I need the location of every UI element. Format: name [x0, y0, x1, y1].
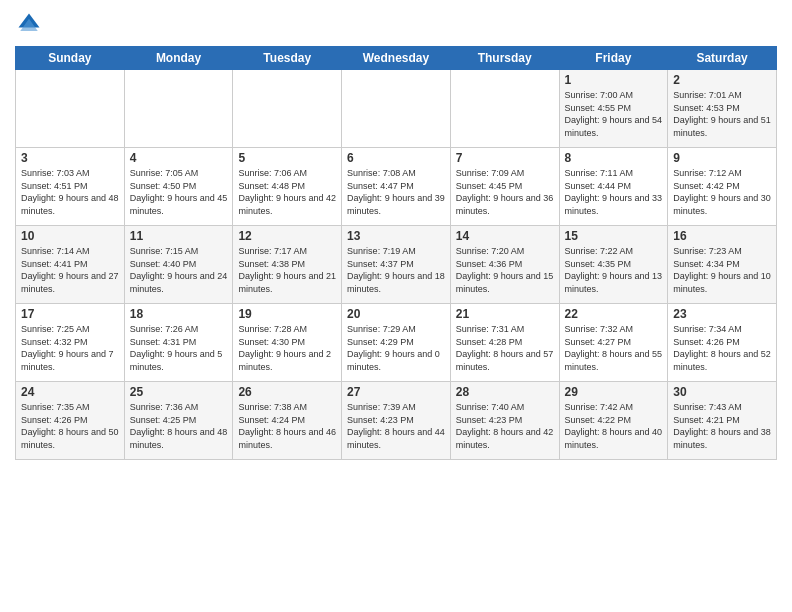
day-cell: 9Sunrise: 7:12 AM Sunset: 4:42 PM Daylig… [668, 148, 777, 226]
week-row-1: 1Sunrise: 7:00 AM Sunset: 4:55 PM Daylig… [16, 70, 777, 148]
day-number: 28 [456, 385, 554, 399]
day-info: Sunrise: 7:36 AM Sunset: 4:25 PM Dayligh… [130, 401, 228, 451]
header-day-monday: Monday [124, 47, 233, 70]
day-cell: 24Sunrise: 7:35 AM Sunset: 4:26 PM Dayli… [16, 382, 125, 460]
day-cell: 19Sunrise: 7:28 AM Sunset: 4:30 PM Dayli… [233, 304, 342, 382]
day-number: 2 [673, 73, 771, 87]
day-number: 5 [238, 151, 336, 165]
day-info: Sunrise: 7:23 AM Sunset: 4:34 PM Dayligh… [673, 245, 771, 295]
day-cell [233, 70, 342, 148]
day-number: 19 [238, 307, 336, 321]
day-cell: 28Sunrise: 7:40 AM Sunset: 4:23 PM Dayli… [450, 382, 559, 460]
day-cell: 17Sunrise: 7:25 AM Sunset: 4:32 PM Dayli… [16, 304, 125, 382]
day-cell: 12Sunrise: 7:17 AM Sunset: 4:38 PM Dayli… [233, 226, 342, 304]
day-info: Sunrise: 7:06 AM Sunset: 4:48 PM Dayligh… [238, 167, 336, 217]
day-cell: 22Sunrise: 7:32 AM Sunset: 4:27 PM Dayli… [559, 304, 668, 382]
day-number: 8 [565, 151, 663, 165]
day-cell: 26Sunrise: 7:38 AM Sunset: 4:24 PM Dayli… [233, 382, 342, 460]
day-info: Sunrise: 7:01 AM Sunset: 4:53 PM Dayligh… [673, 89, 771, 139]
day-number: 6 [347, 151, 445, 165]
day-number: 22 [565, 307, 663, 321]
day-number: 20 [347, 307, 445, 321]
header-row: SundayMondayTuesdayWednesdayThursdayFrid… [16, 47, 777, 70]
day-number: 21 [456, 307, 554, 321]
day-info: Sunrise: 7:26 AM Sunset: 4:31 PM Dayligh… [130, 323, 228, 373]
day-cell: 29Sunrise: 7:42 AM Sunset: 4:22 PM Dayli… [559, 382, 668, 460]
day-number: 13 [347, 229, 445, 243]
header-day-sunday: Sunday [16, 47, 125, 70]
day-number: 3 [21, 151, 119, 165]
day-info: Sunrise: 7:39 AM Sunset: 4:23 PM Dayligh… [347, 401, 445, 451]
day-info: Sunrise: 7:19 AM Sunset: 4:37 PM Dayligh… [347, 245, 445, 295]
day-cell: 27Sunrise: 7:39 AM Sunset: 4:23 PM Dayli… [342, 382, 451, 460]
day-info: Sunrise: 7:34 AM Sunset: 4:26 PM Dayligh… [673, 323, 771, 373]
day-cell: 3Sunrise: 7:03 AM Sunset: 4:51 PM Daylig… [16, 148, 125, 226]
day-info: Sunrise: 7:17 AM Sunset: 4:38 PM Dayligh… [238, 245, 336, 295]
header-day-wednesday: Wednesday [342, 47, 451, 70]
day-info: Sunrise: 7:20 AM Sunset: 4:36 PM Dayligh… [456, 245, 554, 295]
day-cell: 20Sunrise: 7:29 AM Sunset: 4:29 PM Dayli… [342, 304, 451, 382]
day-cell: 6Sunrise: 7:08 AM Sunset: 4:47 PM Daylig… [342, 148, 451, 226]
day-number: 30 [673, 385, 771, 399]
page: SundayMondayTuesdayWednesdayThursdayFrid… [0, 0, 792, 612]
day-info: Sunrise: 7:40 AM Sunset: 4:23 PM Dayligh… [456, 401, 554, 451]
logo-icon [15, 10, 43, 38]
day-info: Sunrise: 7:08 AM Sunset: 4:47 PM Dayligh… [347, 167, 445, 217]
day-info: Sunrise: 7:05 AM Sunset: 4:50 PM Dayligh… [130, 167, 228, 217]
day-cell [16, 70, 125, 148]
day-info: Sunrise: 7:12 AM Sunset: 4:42 PM Dayligh… [673, 167, 771, 217]
week-row-2: 3Sunrise: 7:03 AM Sunset: 4:51 PM Daylig… [16, 148, 777, 226]
day-number: 7 [456, 151, 554, 165]
day-number: 24 [21, 385, 119, 399]
day-info: Sunrise: 7:11 AM Sunset: 4:44 PM Dayligh… [565, 167, 663, 217]
day-number: 23 [673, 307, 771, 321]
day-info: Sunrise: 7:25 AM Sunset: 4:32 PM Dayligh… [21, 323, 119, 373]
day-cell: 10Sunrise: 7:14 AM Sunset: 4:41 PM Dayli… [16, 226, 125, 304]
day-cell: 5Sunrise: 7:06 AM Sunset: 4:48 PM Daylig… [233, 148, 342, 226]
day-info: Sunrise: 7:28 AM Sunset: 4:30 PM Dayligh… [238, 323, 336, 373]
logo [15, 10, 47, 38]
day-info: Sunrise: 7:15 AM Sunset: 4:40 PM Dayligh… [130, 245, 228, 295]
day-number: 9 [673, 151, 771, 165]
header-day-saturday: Saturday [668, 47, 777, 70]
header-day-tuesday: Tuesday [233, 47, 342, 70]
day-cell: 7Sunrise: 7:09 AM Sunset: 4:45 PM Daylig… [450, 148, 559, 226]
day-info: Sunrise: 7:03 AM Sunset: 4:51 PM Dayligh… [21, 167, 119, 217]
week-row-4: 17Sunrise: 7:25 AM Sunset: 4:32 PM Dayli… [16, 304, 777, 382]
day-info: Sunrise: 7:31 AM Sunset: 4:28 PM Dayligh… [456, 323, 554, 373]
week-row-5: 24Sunrise: 7:35 AM Sunset: 4:26 PM Dayli… [16, 382, 777, 460]
header-day-thursday: Thursday [450, 47, 559, 70]
day-cell: 13Sunrise: 7:19 AM Sunset: 4:37 PM Dayli… [342, 226, 451, 304]
day-info: Sunrise: 7:00 AM Sunset: 4:55 PM Dayligh… [565, 89, 663, 139]
day-info: Sunrise: 7:09 AM Sunset: 4:45 PM Dayligh… [456, 167, 554, 217]
day-cell: 16Sunrise: 7:23 AM Sunset: 4:34 PM Dayli… [668, 226, 777, 304]
day-cell: 11Sunrise: 7:15 AM Sunset: 4:40 PM Dayli… [124, 226, 233, 304]
day-number: 12 [238, 229, 336, 243]
day-number: 16 [673, 229, 771, 243]
day-info: Sunrise: 7:43 AM Sunset: 4:21 PM Dayligh… [673, 401, 771, 451]
day-cell: 23Sunrise: 7:34 AM Sunset: 4:26 PM Dayli… [668, 304, 777, 382]
day-number: 25 [130, 385, 228, 399]
day-number: 27 [347, 385, 445, 399]
day-cell: 18Sunrise: 7:26 AM Sunset: 4:31 PM Dayli… [124, 304, 233, 382]
day-info: Sunrise: 7:38 AM Sunset: 4:24 PM Dayligh… [238, 401, 336, 451]
day-info: Sunrise: 7:35 AM Sunset: 4:26 PM Dayligh… [21, 401, 119, 451]
day-cell [342, 70, 451, 148]
day-number: 10 [21, 229, 119, 243]
week-row-3: 10Sunrise: 7:14 AM Sunset: 4:41 PM Dayli… [16, 226, 777, 304]
day-cell: 25Sunrise: 7:36 AM Sunset: 4:25 PM Dayli… [124, 382, 233, 460]
day-number: 1 [565, 73, 663, 87]
header [15, 10, 777, 38]
day-number: 29 [565, 385, 663, 399]
day-cell: 30Sunrise: 7:43 AM Sunset: 4:21 PM Dayli… [668, 382, 777, 460]
day-cell [450, 70, 559, 148]
day-info: Sunrise: 7:42 AM Sunset: 4:22 PM Dayligh… [565, 401, 663, 451]
day-cell: 2Sunrise: 7:01 AM Sunset: 4:53 PM Daylig… [668, 70, 777, 148]
day-info: Sunrise: 7:14 AM Sunset: 4:41 PM Dayligh… [21, 245, 119, 295]
day-number: 18 [130, 307, 228, 321]
day-number: 15 [565, 229, 663, 243]
day-info: Sunrise: 7:29 AM Sunset: 4:29 PM Dayligh… [347, 323, 445, 373]
day-cell: 1Sunrise: 7:00 AM Sunset: 4:55 PM Daylig… [559, 70, 668, 148]
day-cell: 15Sunrise: 7:22 AM Sunset: 4:35 PM Dayli… [559, 226, 668, 304]
header-day-friday: Friday [559, 47, 668, 70]
